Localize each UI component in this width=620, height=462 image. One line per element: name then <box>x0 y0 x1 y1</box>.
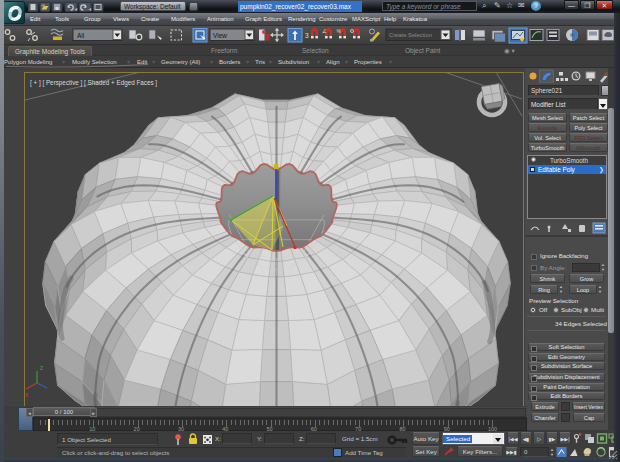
svg-text:Create Selection: Create Selection <box>389 32 432 38</box>
svg-text:[ + ] [ Perspective ] [ Shaded: [ + ] [ Perspective ] [ Shaded + Edged F… <box>30 79 157 87</box>
svg-text:View: View <box>213 32 227 39</box>
svg-text:∠: ∠ <box>322 28 327 34</box>
svg-text:All: All <box>77 32 85 39</box>
svg-text:z: z <box>40 364 43 371</box>
svg-text:3: 3 <box>305 32 309 39</box>
svg-text:%: % <box>337 28 342 34</box>
